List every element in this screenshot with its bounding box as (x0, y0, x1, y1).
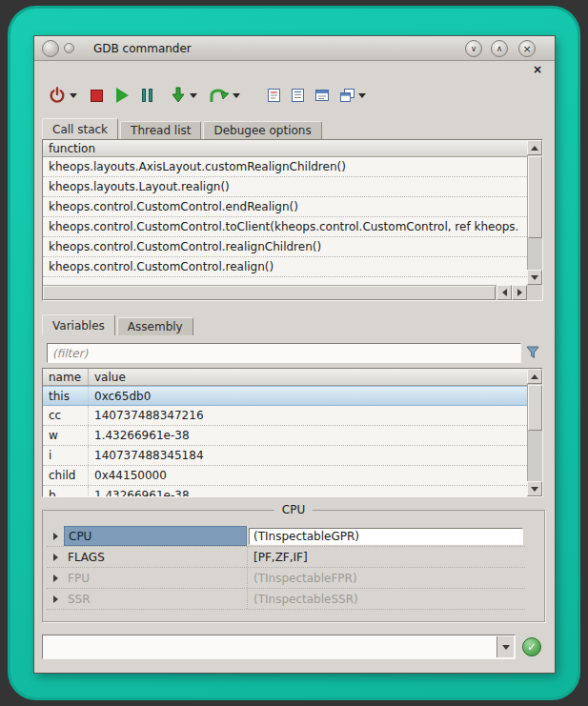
panel-close-icon[interactable]: × (530, 63, 545, 78)
command-input[interactable] (45, 637, 494, 656)
scroll-up-button[interactable] (527, 140, 542, 155)
variable-name: b (43, 486, 89, 496)
step-over-button[interactable] (209, 88, 230, 104)
expand-button[interactable] (47, 575, 64, 582)
scroll-down-button[interactable] (527, 481, 542, 496)
scroll-up-button[interactable] (527, 369, 542, 384)
combobox-dropdown-button[interactable] (497, 636, 514, 657)
show-windows-button[interactable] (339, 88, 355, 103)
app-icon[interactable] (42, 40, 59, 57)
play-icon (116, 88, 129, 103)
windows-dropdown-chevron[interactable] (358, 93, 366, 98)
variable-row[interactable]: child 0x44150000 (43, 466, 527, 486)
close-button[interactable]: × (518, 40, 536, 57)
register-name: FLAGS (64, 547, 247, 567)
variables-tabbar: Variables Assembly (42, 314, 195, 335)
filter-button[interactable] (524, 344, 541, 361)
scroll-down-button[interactable] (527, 270, 542, 285)
variable-row[interactable]: this 0xc65db0 (43, 386, 527, 406)
tab-variables[interactable]: Variables (42, 314, 115, 335)
callstack-panel: function kheops.layouts.AxisLayout.custo… (42, 139, 543, 301)
callstack-body: function kheops.layouts.AxisLayout.custo… (43, 140, 527, 285)
step-over-icon (209, 88, 230, 104)
show-watches-button[interactable] (314, 88, 330, 103)
cpu-groupbox-title: CPU (274, 503, 313, 516)
tab-assembly[interactable]: Assembly (117, 317, 193, 335)
register-value: [PF,ZF,IF] (247, 547, 525, 567)
variable-row[interactable]: i 140737488345184 (43, 446, 527, 466)
scroll-thumb[interactable] (43, 286, 496, 300)
variable-name: cc (43, 406, 89, 425)
scroll-thumb[interactable] (528, 156, 542, 238)
desktop-background: GDB commander ∨ ∧ × × (0, 0, 588, 706)
register-row[interactable]: CPU (TInspectableGPR) (47, 526, 525, 547)
tab-debugee-options[interactable]: Debugee options (203, 121, 321, 139)
register-row[interactable]: SSR (TInspectableSSR) (47, 589, 525, 610)
column-value: value (89, 371, 126, 384)
power-dropdown-chevron[interactable] (70, 93, 77, 98)
variable-name: w (43, 426, 89, 445)
expand-button[interactable] (47, 554, 64, 561)
window-title: GDB commander (93, 42, 192, 55)
register-name: FPU (64, 568, 247, 588)
step-over-dropdown-chevron[interactable] (233, 93, 240, 98)
stack-frame-row[interactable]: kheops.control.CustomControl.endRealign(… (43, 197, 527, 217)
power-button[interactable] (48, 86, 67, 105)
callstack-header[interactable]: function (43, 140, 527, 157)
stack-frame-row[interactable]: kheops.layouts.Layout.realign() (43, 177, 527, 197)
expand-button[interactable] (47, 595, 64, 603)
chevron-down-icon (502, 645, 510, 650)
execute-button[interactable]: ✓ (522, 637, 541, 656)
cpu-register-list: CPU (TInspectableGPR) FLAGS [PF,ZF,IF] F… (47, 526, 525, 610)
variables-vertical-scrollbar[interactable] (527, 369, 542, 496)
arrow-left-icon (502, 289, 507, 296)
pause-icon (142, 89, 152, 102)
tab-call-stack[interactable]: Call stack (42, 118, 118, 139)
scroll-thumb[interactable] (528, 385, 542, 431)
watches-window-icon (314, 88, 330, 103)
show-list-button[interactable] (291, 88, 305, 103)
stack-frame-row[interactable]: kheops.control.CustomControl.toClient(kh… (43, 217, 527, 237)
variable-row[interactable]: b 1.43266961e-38 (43, 486, 527, 496)
stack-frame-row[interactable]: kheops.control.CustomControl.realignChil… (43, 237, 527, 257)
pause-button[interactable] (142, 89, 152, 102)
variable-row[interactable]: w 1.43266961e-38 (43, 426, 527, 446)
stack-frame-row[interactable]: kheops.control.CustomControl.realign() (43, 257, 527, 277)
filter-input[interactable] (47, 343, 521, 363)
maximize-button[interactable]: ∧ (491, 40, 508, 57)
expand-button[interactable] (47, 533, 64, 540)
gdb-commander-window: GDB commander ∨ ∧ × × (34, 36, 555, 673)
show-log-button[interactable] (267, 88, 281, 103)
step-into-dropdown-chevron[interactable] (190, 93, 197, 98)
minimize-button[interactable]: ∨ (465, 40, 482, 57)
callstack-horizontal-scrollbar[interactable] (43, 285, 527, 300)
register-value-cell[interactable]: (TInspectableGPR) (247, 526, 525, 546)
scroll-left-button[interactable] (497, 285, 512, 300)
variables-header[interactable]: name value (43, 369, 527, 386)
tab-thread-list[interactable]: Thread list (120, 121, 201, 139)
register-row[interactable]: FPU (TInspectableFPR) (47, 568, 525, 589)
chevron-right-icon (53, 575, 58, 582)
command-combobox[interactable] (42, 635, 516, 659)
variable-value: 140737488345184 (89, 446, 527, 465)
register-value-editor[interactable]: (TInspectableGPR) (249, 528, 523, 545)
register-row[interactable]: FLAGS [PF,ZF,IF] (47, 547, 525, 568)
register-value: (TInspectableFPR) (247, 568, 525, 588)
run-button[interactable] (116, 88, 129, 103)
chevron-right-icon (53, 554, 58, 561)
variable-row[interactable]: cc 140737488347216 (43, 406, 527, 426)
scroll-right-button[interactable] (512, 285, 527, 300)
pin-icon[interactable] (64, 43, 74, 53)
step-into-button[interactable] (170, 87, 187, 104)
stop-button[interactable] (91, 90, 103, 102)
variables-panel: name value this 0xc65db0 cc 140737488347… (42, 368, 543, 497)
variable-name: i (43, 446, 89, 465)
teal-window-frame: GDB commander ∨ ∧ × × (8, 6, 580, 700)
list-icon (291, 88, 305, 103)
stack-frame-row[interactable]: kheops.layouts.AxisLayout.customRealignC… (43, 157, 527, 177)
windows-icon (339, 88, 355, 103)
arrow-up-icon (531, 146, 538, 151)
titlebar[interactable]: GDB commander ∨ ∧ × (34, 36, 555, 61)
register-name: SSR (64, 589, 247, 609)
callstack-vertical-scrollbar[interactable] (527, 140, 542, 285)
